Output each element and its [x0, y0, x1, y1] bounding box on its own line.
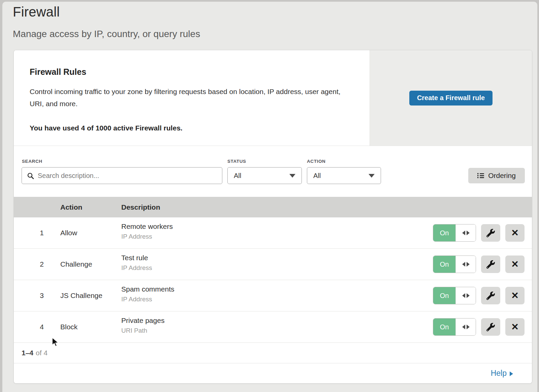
toggle-drag-arrows-icon — [455, 256, 476, 273]
rule-priority: 2 — [34, 260, 50, 268]
usage-note: You have used 4 of 1000 active Firewall … — [30, 124, 353, 132]
delete-rule-button[interactable]: ✕ — [505, 318, 525, 336]
rule-match-type: IP Address — [121, 296, 175, 303]
page-subtitle: Manage access by IP, country, or query r… — [13, 29, 200, 39]
ordering-button-label: Ordering — [488, 172, 516, 180]
rule-action: Block — [60, 323, 77, 331]
wrench-icon — [486, 292, 495, 300]
ordering-list-icon — [477, 173, 484, 178]
status-select[interactable]: All — [227, 167, 302, 184]
action-select[interactable]: All — [307, 167, 381, 184]
wrench-icon — [486, 323, 495, 331]
rule-description: Test rule — [121, 254, 152, 262]
wrench-icon — [486, 260, 495, 269]
rule-description-block: Spam comments IP Address — [121, 285, 175, 303]
rule-action: JS Challenge — [60, 292, 102, 300]
toggle-on-label: On — [433, 256, 455, 273]
toggle-drag-arrows-icon — [455, 224, 476, 241]
search-box — [22, 167, 222, 184]
rule-action: Allow — [60, 229, 77, 237]
card-intro: Firewall Rules Control incoming traffic … — [14, 50, 370, 146]
action-select-value: All — [313, 172, 321, 180]
wrench-icon — [486, 229, 495, 237]
ordering-button[interactable]: Ordering — [468, 168, 525, 183]
delete-rule-button[interactable]: ✕ — [505, 287, 525, 304]
rule-priority: 4 — [34, 323, 50, 331]
rule-enabled-toggle[interactable]: On — [433, 224, 476, 242]
table-row: 3 JS Challenge Spam comments IP Address … — [14, 280, 532, 311]
close-icon: ✕ — [511, 229, 519, 238]
status-select-value: All — [234, 172, 241, 180]
rule-description-block: Test rule IP Address — [121, 254, 152, 272]
rule-enabled-toggle[interactable]: On — [433, 318, 476, 336]
page-title: Firewall — [13, 4, 60, 20]
firewall-rules-card: Firewall Rules Control incoming traffic … — [13, 50, 532, 384]
rule-description: Spam comments — [121, 285, 175, 293]
action-label: ACTION — [307, 159, 325, 164]
search-label: SEARCH — [22, 159, 42, 164]
rule-match-type: URI Path — [121, 327, 164, 334]
edit-rule-button[interactable] — [481, 255, 500, 273]
rule-priority: 1 — [34, 229, 50, 237]
card-top-section: Firewall Rules Control incoming traffic … — [14, 50, 532, 146]
rule-match-type: IP Address — [121, 233, 173, 240]
column-header-action: Action — [60, 203, 82, 211]
search-input[interactable] — [38, 172, 222, 180]
edit-rule-button[interactable] — [481, 224, 500, 242]
create-rule-panel: Create a Firewall rule — [370, 50, 532, 146]
search-icon — [27, 172, 34, 179]
edit-rule-button[interactable] — [481, 318, 500, 336]
rule-description: Private pages — [121, 316, 164, 325]
chevron-down-icon — [289, 174, 295, 178]
close-icon: ✕ — [511, 291, 519, 300]
rule-description: Remote workers — [121, 222, 173, 231]
rule-description-block: Private pages URI Path — [121, 316, 164, 334]
toggle-on-label: On — [433, 287, 455, 304]
caret-right-icon — [510, 371, 513, 376]
card-footer: Help — [14, 363, 532, 383]
delete-rule-button[interactable]: ✕ — [505, 255, 525, 273]
toggle-drag-arrows-icon — [455, 319, 476, 335]
card-description: Control incoming traffic to your zone by… — [30, 86, 350, 110]
close-icon: ✕ — [511, 323, 519, 332]
pagination: 1–4 of 4 — [14, 343, 532, 363]
pagination-range: 1–4 — [22, 349, 33, 357]
filters-bar: SEARCH STATUS All ACTION All — [14, 146, 532, 197]
edit-rule-button[interactable] — [481, 287, 500, 304]
help-link[interactable]: Help — [491, 369, 513, 378]
chevron-down-icon — [369, 174, 375, 178]
table-header: Action Description — [14, 197, 532, 217]
table-row: 4 Block Private pages URI Path On ✕ — [14, 311, 532, 343]
rule-match-type: IP Address — [121, 264, 152, 272]
rule-priority: 3 — [34, 292, 50, 300]
delete-rule-button[interactable]: ✕ — [505, 224, 525, 242]
pagination-total: of 4 — [36, 349, 47, 357]
status-label: STATUS — [227, 159, 246, 164]
toggle-on-label: On — [433, 224, 455, 241]
toggle-drag-arrows-icon — [455, 287, 476, 304]
close-icon: ✕ — [511, 260, 519, 269]
table-row: 1 Allow Remote workers IP Address On ✕ — [14, 217, 532, 249]
rule-enabled-toggle[interactable]: On — [433, 255, 476, 273]
help-link-label: Help — [491, 369, 507, 378]
rule-description-block: Remote workers IP Address — [121, 222, 173, 240]
rule-action: Challenge — [60, 260, 92, 268]
table-row: 2 Challenge Test rule IP Address On ✕ — [14, 249, 532, 280]
create-firewall-rule-button[interactable]: Create a Firewall rule — [409, 91, 493, 105]
rule-enabled-toggle[interactable]: On — [433, 287, 476, 304]
column-header-description: Description — [121, 203, 160, 211]
rules-list: 1 Allow Remote workers IP Address On ✕ — [14, 217, 532, 343]
card-heading: Firewall Rules — [30, 67, 353, 77]
page-background: Firewall Manage access by IP, country, o… — [2, 2, 537, 392]
toggle-on-label: On — [433, 319, 455, 335]
